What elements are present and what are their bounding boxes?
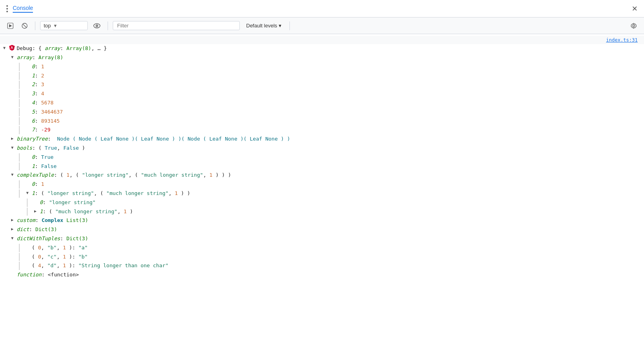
log-content: array: Array(8) bbox=[17, 54, 641, 62]
log-content: 0: 1 bbox=[32, 63, 641, 71]
expand-toggle[interactable] bbox=[11, 235, 16, 239]
eye-icon bbox=[93, 23, 100, 29]
log-content: Debug: { array: Array(8), … } bbox=[17, 44, 641, 53]
list-item: dictWithTuples: Dict(3) bbox=[0, 234, 644, 243]
list-item: Debug: { array: Array(8), … } bbox=[0, 44, 644, 53]
log-content: ( 4, "d", 1 ): "String longer than one c… bbox=[32, 262, 641, 270]
log-content: 0: 1 bbox=[32, 180, 641, 189]
expand-toggle[interactable] bbox=[11, 54, 16, 58]
tree-line bbox=[27, 199, 31, 207]
tree-line bbox=[19, 108, 23, 116]
log-content: 5: 3464637 bbox=[32, 108, 641, 116]
tree-line bbox=[19, 63, 23, 71]
list-item: dict: Dict(3) bbox=[0, 225, 644, 234]
gear-icon bbox=[631, 23, 637, 29]
log-content: complexTuple: ( 1, ( "longer string", ( … bbox=[17, 171, 641, 179]
log-content: ( 0, "c", 1 ): "b" bbox=[32, 253, 641, 261]
toolbar: top ▾ Default levels ▾ bbox=[0, 17, 644, 34]
list-item: function: <function> bbox=[0, 270, 644, 280]
expand-toggle[interactable] bbox=[11, 226, 16, 230]
tree-line bbox=[19, 81, 23, 89]
context-value: top bbox=[44, 23, 51, 29]
separator-2 bbox=[108, 21, 108, 30]
expand-toggle[interactable] bbox=[34, 208, 39, 212]
expand-toggle[interactable] bbox=[26, 189, 31, 194]
list-item: 6: 893145 bbox=[0, 117, 644, 126]
list-item: 0: 1 bbox=[0, 180, 644, 189]
list-item: 3: 4 bbox=[0, 89, 644, 98]
tree-line bbox=[19, 189, 23, 198]
expand-toggle[interactable] bbox=[3, 44, 8, 49]
list-item: 0: True bbox=[0, 153, 644, 162]
log-content: 0: True bbox=[32, 153, 641, 162]
tree-line bbox=[19, 90, 23, 98]
tree-line bbox=[19, 117, 23, 125]
context-selector[interactable]: top ▾ bbox=[40, 21, 88, 30]
log-content: 3: 4 bbox=[32, 90, 641, 98]
log-content: 1: 2 bbox=[32, 72, 641, 80]
log-content: 2: 3 bbox=[32, 81, 641, 89]
log-content: 0: "longer string" bbox=[40, 199, 641, 207]
list-item: ( 0, "b", 1 ): "a" bbox=[0, 243, 644, 253]
expand-toggle[interactable] bbox=[11, 171, 16, 176]
tree-line bbox=[19, 253, 23, 261]
log-content: custom: Complex List(3) bbox=[17, 216, 641, 225]
title-bar: Console ✕ bbox=[0, 0, 644, 17]
list-item: 4: 5678 bbox=[0, 98, 644, 108]
play-icon bbox=[7, 23, 13, 29]
levels-button[interactable]: Default levels ▾ bbox=[243, 21, 285, 30]
context-arrow: ▾ bbox=[54, 23, 57, 29]
separator-3 bbox=[289, 21, 290, 30]
svg-point-6 bbox=[96, 25, 97, 26]
svg-line-3 bbox=[23, 24, 27, 27]
log-content: binaryTree: Node ( Node ( Leaf None )( L… bbox=[17, 135, 641, 143]
expand-toggle[interactable] bbox=[11, 216, 16, 221]
levels-label: Default levels bbox=[246, 23, 277, 29]
filter-input[interactable] bbox=[113, 21, 240, 30]
log-content: dictWithTuples: Dict(3) bbox=[17, 235, 641, 243]
log-content: dict: Dict(3) bbox=[17, 226, 641, 234]
console-area: index.ts:31 Debug: { array: Array(8), … … bbox=[0, 34, 644, 355]
eye-button[interactable] bbox=[91, 21, 103, 30]
expand-toggle[interactable] bbox=[11, 135, 16, 140]
devtools-window: Console ✕ top ▾ bbox=[0, 0, 644, 355]
source-link-bar: index.ts:31 bbox=[0, 36, 644, 44]
levels-arrow: ▾ bbox=[279, 23, 282, 29]
log-content: 1: ( "longer string", ( "much longer str… bbox=[32, 189, 641, 198]
expand-toggle[interactable] bbox=[11, 144, 16, 149]
clear-button[interactable] bbox=[19, 21, 30, 31]
source-link[interactable]: index.ts:31 bbox=[606, 37, 638, 44]
list-item: 0: "longer string" bbox=[0, 198, 644, 207]
tree-line bbox=[19, 99, 23, 107]
tree-line bbox=[19, 153, 23, 162]
log-content: ( 0, "b", 1 ): "a" bbox=[32, 244, 641, 252]
angular-icon bbox=[9, 44, 15, 51]
log-content: 1: ( "much longer string", 1 ) bbox=[40, 208, 641, 216]
list-item: 1: ( "much longer string", 1 ) bbox=[0, 207, 644, 216]
list-item: 2: 3 bbox=[0, 80, 644, 89]
console-tab[interactable]: Console bbox=[13, 5, 33, 13]
log-content: 7: -29 bbox=[32, 126, 641, 134]
execute-button[interactable] bbox=[5, 21, 16, 31]
svg-marker-1 bbox=[9, 24, 12, 27]
list-item: bools: ( True, False ) bbox=[0, 144, 644, 153]
close-button[interactable]: ✕ bbox=[632, 4, 638, 13]
log-content: 6: 893145 bbox=[32, 117, 641, 125]
tree-line bbox=[19, 72, 23, 80]
separator-1 bbox=[35, 21, 35, 30]
list-item: 7: -29 bbox=[0, 125, 644, 135]
log-content: 4: 5678 bbox=[32, 99, 641, 107]
panel-menu-icon[interactable] bbox=[6, 5, 8, 12]
list-item: 1: False bbox=[0, 162, 644, 171]
list-item: 0: 1 bbox=[0, 62, 644, 71]
settings-button[interactable] bbox=[628, 21, 639, 31]
tree-line bbox=[19, 244, 23, 252]
tree-line bbox=[19, 262, 23, 270]
tree-line bbox=[19, 126, 23, 134]
list-item: 1: ( "longer string", ( "much longer str… bbox=[0, 189, 644, 198]
list-item: custom: Complex List(3) bbox=[0, 216, 644, 225]
block-icon bbox=[21, 23, 28, 29]
list-item: ( 4, "d", 1 ): "String longer than one c… bbox=[0, 261, 644, 270]
list-item: binaryTree: Node ( Node ( Leaf None )( L… bbox=[0, 135, 644, 144]
list-item: complexTuple: ( 1, ( "longer string", ( … bbox=[0, 171, 644, 180]
